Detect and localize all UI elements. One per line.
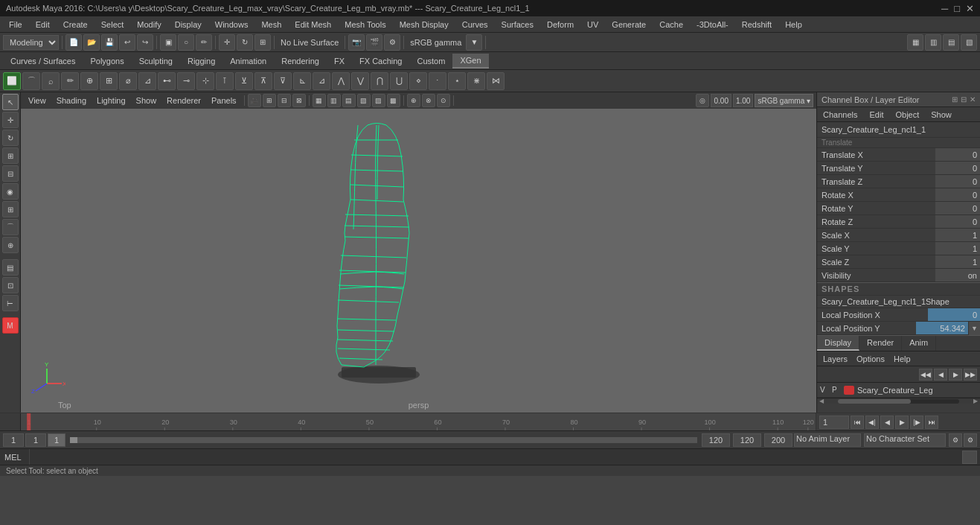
select-btn[interactable]: ▣ xyxy=(160,34,176,51)
menu-mesh-tools[interactable]: Mesh Tools xyxy=(339,19,391,31)
vp-renderer[interactable]: Renderer xyxy=(162,95,205,106)
tool11[interactable]: ⊹ xyxy=(196,72,214,90)
tool10[interactable]: ⊸ xyxy=(177,72,195,90)
undo-btn[interactable]: ↩ xyxy=(119,34,135,51)
tool25[interactable]: ⋇ xyxy=(467,72,485,90)
layers-menu-help[interactable]: Help xyxy=(891,354,914,364)
tool20[interactable]: ⋂ xyxy=(371,72,388,90)
vp-btn8[interactable]: ▧ xyxy=(357,94,371,107)
channel-value-ry[interactable]: 0 xyxy=(935,202,980,214)
select-tool-btn[interactable]: ⬜ xyxy=(3,72,21,90)
vp-btn5[interactable]: ▦ xyxy=(313,94,326,107)
rotate-btn[interactable]: ↻ xyxy=(237,34,253,51)
menu-mesh-display[interactable]: Mesh Display xyxy=(394,19,455,31)
channel-value-vis[interactable]: on xyxy=(935,269,980,281)
playback-slider[interactable] xyxy=(70,437,697,443)
menu-edit[interactable]: Edit xyxy=(30,19,56,31)
layers-menu-options[interactable]: Options xyxy=(854,354,888,364)
menu-cache[interactable]: Cache xyxy=(653,19,689,31)
pb-play-back[interactable]: ◀ xyxy=(880,416,894,429)
layout-btn2[interactable]: ▥ xyxy=(925,34,941,51)
tool16[interactable]: ⊾ xyxy=(293,72,311,90)
render-btn[interactable]: 📷 xyxy=(348,34,365,51)
pencil-btn[interactable]: ✏ xyxy=(61,72,79,90)
layer-nav-next[interactable]: ▶ xyxy=(949,369,962,381)
vp-btn13[interactable]: ⊙ xyxy=(437,94,450,107)
menu-windows[interactable]: Windows xyxy=(209,19,254,31)
menu-create[interactable]: Create xyxy=(57,19,94,31)
local-pos-x-value[interactable]: 0 xyxy=(928,308,980,321)
anim-layer-btn[interactable]: ⚙ xyxy=(964,433,977,447)
vp-panels[interactable]: Panels xyxy=(207,95,241,106)
save-file-btn[interactable]: 💾 xyxy=(101,34,118,51)
redo-btn[interactable]: ↪ xyxy=(137,34,153,51)
submenu-animation[interactable]: Animation xyxy=(222,54,274,68)
layer-nav-prev-prev[interactable]: ◀◀ xyxy=(919,369,932,381)
cb-menu-edit[interactable]: Edit xyxy=(863,109,889,121)
local-pos-y-value[interactable]: 54.342 xyxy=(916,322,968,334)
submenu-rendering[interactable]: Rendering xyxy=(274,54,327,68)
cb-expand-btn[interactable]: ⊞ xyxy=(952,95,958,104)
cv-curve-btn[interactable]: ⌒ xyxy=(22,72,40,90)
vp-btn7[interactable]: ▤ xyxy=(342,94,356,107)
cb-float-btn[interactable]: ⊟ xyxy=(961,95,967,104)
playback-frame-display[interactable]: 1 xyxy=(25,433,46,447)
tool26[interactable]: ⋈ xyxy=(487,72,505,90)
pb-step-back[interactable]: ◀| xyxy=(865,416,879,429)
new-file-btn[interactable]: 📄 xyxy=(65,34,82,51)
vp-btn12[interactable]: ⊗ xyxy=(422,94,435,107)
range-end-field[interactable]: 120 xyxy=(702,433,730,447)
render-settings-btn[interactable]: ⚙ xyxy=(384,34,400,51)
color-settings-btn[interactable]: ▼ xyxy=(466,34,482,51)
submenu-xgen[interactable]: XGen xyxy=(452,54,488,69)
select-tool[interactable]: ↖ xyxy=(2,94,19,110)
pb-skip-end[interactable]: ⏭ xyxy=(925,416,938,429)
bezier-btn[interactable]: ⌀ xyxy=(119,72,137,90)
tool9[interactable]: ⊷ xyxy=(158,72,176,90)
menu-help[interactable]: Help xyxy=(779,19,808,31)
workspace-dropdown[interactable]: Modeling xyxy=(3,35,59,50)
vp-lighting[interactable]: Lighting xyxy=(92,95,130,106)
tool21[interactable]: ⋃ xyxy=(390,72,408,90)
tab-render[interactable]: Render xyxy=(859,336,902,351)
cb-menu-channels[interactable]: Channels xyxy=(817,109,863,121)
minimize-btn[interactable]: ─ xyxy=(941,3,948,14)
scale-tool[interactable]: ⊞ xyxy=(2,147,19,164)
char-set-btn[interactable]: ⚙ xyxy=(949,433,962,447)
submenu-rigging[interactable]: Rigging xyxy=(180,54,222,68)
menu-mesh[interactable]: Mesh xyxy=(255,19,287,31)
vp-show[interactable]: Show xyxy=(132,95,161,106)
vp-btn11[interactable]: ⊕ xyxy=(407,94,420,107)
layer-nav-next-next[interactable]: ▶▶ xyxy=(964,369,977,381)
tool15[interactable]: ⊽ xyxy=(274,72,292,90)
range-end3-field[interactable]: 200 xyxy=(764,433,792,447)
layer-scrollbar[interactable]: ◀ ▶ xyxy=(817,398,980,404)
maximize-btn[interactable]: □ xyxy=(954,3,960,14)
move-btn[interactable]: ✛ xyxy=(219,34,235,51)
vp-btn1[interactable]: 🎥 xyxy=(248,94,261,107)
layer-btn[interactable]: ⊡ xyxy=(2,277,19,293)
vp-btn3[interactable]: ⊟ xyxy=(278,94,291,107)
open-file-btn[interactable]: 📂 xyxy=(83,34,100,51)
tool23[interactable]: ⋅ xyxy=(429,72,446,90)
three-point-btn[interactable]: ⊕ xyxy=(80,72,98,90)
lasso-btn[interactable]: ○ xyxy=(178,34,194,51)
close-btn[interactable]: ✕ xyxy=(966,3,974,14)
channel-value-sy[interactable]: 1 xyxy=(935,242,980,255)
vp-btn9[interactable]: ▨ xyxy=(372,94,385,107)
quick-render[interactable]: ▤ xyxy=(2,259,19,276)
cb-menu-object[interactable]: Object xyxy=(889,109,925,121)
paint-btn[interactable]: ✏ xyxy=(196,34,212,51)
menu-deform[interactable]: Deform xyxy=(541,19,580,31)
scroll-right-arrow[interactable]: ▶ xyxy=(971,398,980,404)
vp-shading[interactable]: Shading xyxy=(52,95,91,106)
vp-isolate[interactable]: ◎ xyxy=(696,94,709,107)
snap-grid[interactable]: ⊞ xyxy=(2,201,19,217)
vp-btn6[interactable]: ▥ xyxy=(327,94,341,107)
ipr-btn[interactable]: 🎬 xyxy=(366,34,382,51)
playback-thumb[interactable] xyxy=(70,437,77,443)
submenu-fx[interactable]: FX xyxy=(327,54,352,68)
channel-value-ty[interactable]: 0 xyxy=(935,162,980,174)
pb-step-fwd[interactable]: |▶ xyxy=(910,416,923,429)
menu-select[interactable]: Select xyxy=(95,19,130,31)
